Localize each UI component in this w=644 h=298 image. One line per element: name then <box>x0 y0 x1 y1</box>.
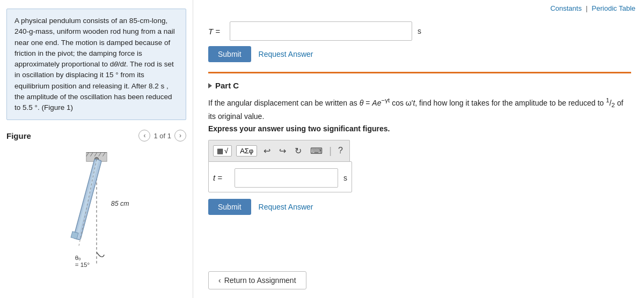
toolbar-sep: | <box>329 143 332 159</box>
svg-text:= 15°: = 15° <box>75 262 89 269</box>
undo-btn[interactable]: ↩ <box>261 145 273 157</box>
part-c-body: If the angular displacement can be writt… <box>208 95 631 215</box>
right-panel: T = s Submit Request Answer Part C If th… <box>193 0 644 298</box>
left-panel: A physical pendulum consists of an 85-cm… <box>0 0 193 298</box>
link-separator: | <box>586 4 588 12</box>
part-b-input[interactable] <box>230 21 412 41</box>
return-arrow-icon: ‹ <box>218 276 221 285</box>
part-c-btn-row: Submit Request Answer <box>208 199 631 215</box>
math-toolbar: ▦√ ΑΣφ ↩ ↪ ↻ ⌨ | ? <box>208 140 350 161</box>
part-b-unit: s <box>418 27 421 35</box>
part-b-answer-row: T = s <box>208 21 631 41</box>
return-to-assignment-btn[interactable]: ‹ Return to Assignment <box>208 271 306 289</box>
figure-image: 85 cm θ₀ = 15° <box>6 147 186 275</box>
sqrt-icon: √ <box>224 147 228 155</box>
part-c-section: Part C If the angular displacement can b… <box>208 72 631 225</box>
part-c-label: Part C <box>215 81 239 90</box>
top-links: Constants | Periodic Table <box>550 4 635 12</box>
part-c-unit: s <box>343 172 347 184</box>
part-c-header: Part C <box>208 81 631 90</box>
part-c-answer-block: t = s <box>208 161 352 192</box>
svg-text:85 cm: 85 cm <box>111 200 129 208</box>
part-b-submit-btn[interactable]: Submit <box>208 46 251 62</box>
svg-text:θ₀: θ₀ <box>75 255 80 261</box>
return-label: Return to Assignment <box>224 276 296 285</box>
refresh-btn[interactable]: ↻ <box>292 145 304 157</box>
constants-link[interactable]: Constants <box>550 4 582 12</box>
part-c-submit-btn[interactable]: Submit <box>208 199 251 215</box>
part-b-btn-row: Submit Request Answer <box>208 46 631 62</box>
periodic-table-link[interactable]: Periodic Table <box>592 4 635 12</box>
figure-page: 1 of 1 <box>153 132 171 140</box>
part-c-request-link[interactable]: Request Answer <box>259 201 313 213</box>
formula-btn[interactable]: ΑΣφ <box>236 145 257 157</box>
figure-section: Figure ‹ 1 of 1 › <box>6 130 186 289</box>
part-c-description: If the angular displacement can be writt… <box>208 95 631 123</box>
figure-title: Figure <box>6 131 138 140</box>
pendulum-diagram: 85 cm θ₀ = 15° <box>43 152 150 270</box>
redo-btn[interactable]: ↪ <box>277 145 288 157</box>
keyboard-btn[interactable]: ⌨ <box>308 145 325 157</box>
svg-rect-14 <box>71 232 78 239</box>
figure-nav: ‹ 1 of 1 › <box>138 130 186 141</box>
part-c-collapse-icon[interactable] <box>208 83 212 88</box>
part-c-input[interactable] <box>235 168 338 188</box>
help-btn[interactable]: ? <box>336 145 345 157</box>
figure-header: Figure ‹ 1 of 1 › <box>6 130 186 141</box>
prev-figure-btn[interactable]: ‹ <box>138 130 150 141</box>
matrix-icon: ▦ <box>217 147 223 155</box>
part-c-answer-label: t = <box>213 172 229 184</box>
part-b-answer-label: T = <box>208 27 224 36</box>
formula-icon: ΑΣφ <box>240 147 253 155</box>
matrix-sqrt-btn[interactable]: ▦√ <box>213 145 232 157</box>
part-c-answer-row: t = s <box>213 168 347 188</box>
problem-text: A physical pendulum consists of an 85-cm… <box>6 9 186 120</box>
part-b-request-link[interactable]: Request Answer <box>259 50 313 58</box>
svg-rect-10 <box>75 160 99 240</box>
next-figure-btn[interactable]: › <box>174 130 186 141</box>
part-c-instruction: Express your answer using two significan… <box>208 123 631 135</box>
